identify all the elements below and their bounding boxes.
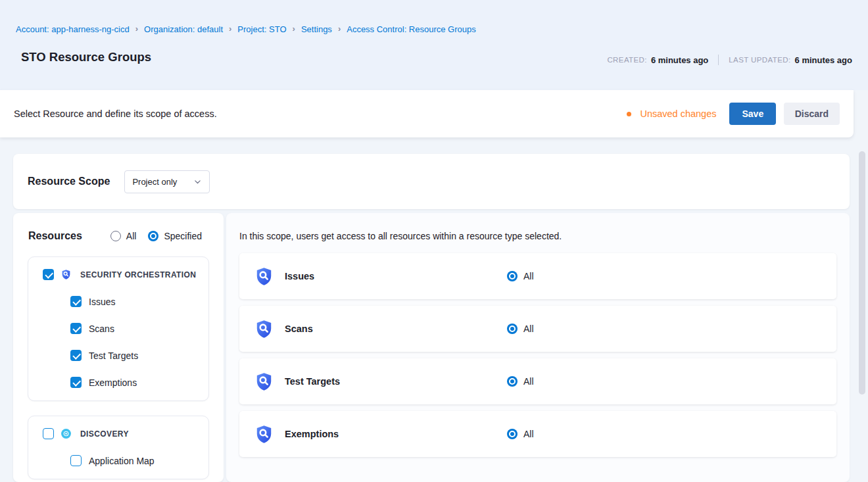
access-all-label[interactable]: All: [523, 429, 534, 439]
discard-button[interactable]: Discard: [784, 103, 840, 125]
breadcrumb-link-resource-groups[interactable]: Access Control: Resource Groups: [347, 24, 476, 34]
resource-type-row-scans: Scans: [28, 323, 208, 334]
chevron-right-icon: ›: [338, 24, 341, 34]
unsaved-changes-indicator: Unsaved changes: [627, 108, 716, 119]
checkbox-application-map[interactable]: [70, 455, 82, 466]
checkbox-scans-label: Scans: [89, 324, 114, 334]
breadcrumb-link-organization[interactable]: Organization: default: [144, 24, 223, 34]
access-option: All: [507, 411, 534, 457]
created-meta: CREATED: 6 minutes ago: [607, 55, 708, 65]
last-updated-meta: LAST UPDATED: 6 minutes ago: [729, 55, 852, 65]
page-title: STO Resource Groups: [21, 50, 151, 64]
unsaved-changes-label: Unsaved changes: [640, 108, 716, 119]
breadcrumb-link-project[interactable]: Project: STO: [237, 24, 286, 34]
chevron-right-icon: ›: [135, 24, 138, 34]
sto-shield-icon: [254, 423, 274, 445]
last-updated-value: 6 minutes ago: [795, 55, 852, 65]
resource-scope-selected-value: Project only: [132, 177, 177, 187]
action-toolbar: Select Resource and define its scope of …: [0, 90, 854, 137]
resource-row-label: Test Targets: [285, 376, 340, 387]
group-card-discovery: DISCOVERY Application Map: [28, 416, 209, 479]
group-label: SECURITY ORCHESTRATION: [80, 270, 196, 279]
created-label: CREATED:: [607, 56, 647, 64]
status-dot-icon: [627, 112, 631, 116]
resource-row-scans: Scans All: [239, 306, 836, 352]
breadcrumb-link-settings[interactable]: Settings: [301, 24, 332, 34]
save-button[interactable]: Save: [729, 103, 776, 125]
radio-access-all[interactable]: [507, 324, 518, 334]
resource-row-exemptions: Exemptions All: [239, 411, 836, 457]
resources-panel: Resources All Specified SECURITY ORCHEST…: [13, 213, 224, 482]
meta-divider: [718, 55, 719, 65]
scope-intro-text: In this scope, users get access to all r…: [239, 231, 562, 241]
radio-specified[interactable]: [148, 231, 158, 241]
last-updated-label: LAST UPDATED:: [729, 56, 790, 64]
toolbar-description: Select Resource and define its scope of …: [14, 108, 217, 119]
radio-access-all[interactable]: [507, 376, 518, 387]
discovery-icon: [60, 428, 72, 439]
page-header: Account: app-harness-ng-cicd › Organizat…: [0, 0, 868, 90]
resource-row-label: Issues: [285, 271, 314, 281]
group-card-security-orchestration: SECURITY ORCHESTRATION Issues Scans Test…: [28, 256, 209, 401]
resource-row-issues: Issues All: [239, 253, 836, 299]
radio-specified-label[interactable]: Specified: [164, 231, 202, 241]
resource-groups-page: Account: app-harness-ng-cicd › Organizat…: [0, 0, 868, 482]
access-option: All: [507, 306, 534, 352]
resource-scope-label: Resource Scope: [28, 176, 110, 187]
checkbox-discovery[interactable]: [43, 428, 54, 439]
access-all-label[interactable]: All: [523, 376, 534, 387]
resource-type-row-issues: Issues: [28, 296, 208, 307]
breadcrumb-link-account[interactable]: Account: app-harness-ng-cicd: [16, 24, 130, 34]
chevron-down-icon: [193, 178, 202, 186]
resource-type-row-test-targets: Test Targets: [28, 350, 208, 361]
resource-scope-select[interactable]: Project only: [124, 170, 210, 193]
group-row-discovery: DISCOVERY: [28, 428, 208, 439]
sto-shield-icon: [254, 371, 274, 393]
checkbox-scans[interactable]: [70, 323, 82, 334]
checkbox-issues[interactable]: [70, 296, 82, 307]
access-all-label[interactable]: All: [523, 271, 534, 281]
created-value: 6 minutes ago: [651, 55, 708, 65]
resource-scope-card: Resource Scope Project only: [13, 154, 850, 209]
group-row-security-orchestration: SECURITY ORCHESTRATION: [28, 269, 208, 280]
radio-all[interactable]: [110, 231, 121, 241]
access-option: All: [507, 253, 534, 299]
breadcrumb: Account: app-harness-ng-cicd › Organizat…: [16, 24, 476, 34]
sto-shield-icon: [60, 269, 72, 280]
checkbox-exemptions-label: Exemptions: [89, 377, 137, 388]
resources-title: Resources: [28, 230, 82, 242]
vertical-scrollbar-thumb[interactable]: [859, 151, 865, 395]
toolbar-actions: Unsaved changes Save Discard: [627, 103, 840, 125]
chevron-right-icon: ›: [229, 24, 231, 34]
group-label: DISCOVERY: [80, 429, 129, 439]
resource-row-label: Exemptions: [285, 429, 339, 439]
radio-all-label[interactable]: All: [126, 231, 137, 241]
resources-panel-header: Resources All Specified: [13, 213, 224, 242]
checkbox-test-targets-label: Test Targets: [89, 350, 138, 361]
sto-shield-icon: [254, 318, 274, 340]
header-meta: CREATED: 6 minutes ago LAST UPDATED: 6 m…: [607, 55, 852, 65]
resource-row-test-targets: Test Targets All: [239, 358, 836, 404]
checkbox-issues-label: Issues: [89, 297, 115, 307]
resource-rows: Issues All Scans All: [239, 253, 836, 464]
checkbox-security-orchestration[interactable]: [43, 269, 54, 280]
radio-access-all[interactable]: [507, 429, 518, 439]
checkbox-application-map-label: Application Map: [89, 456, 155, 466]
scope-detail-panel: In this scope, users get access to all r…: [226, 213, 850, 482]
resource-row-label: Scans: [285, 324, 313, 334]
access-all-label[interactable]: All: [523, 324, 534, 334]
resource-type-row-exemptions: Exemptions: [28, 377, 208, 388]
checkbox-test-targets[interactable]: [70, 350, 82, 361]
resource-type-row-application-map: Application Map: [28, 455, 208, 466]
sto-shield-icon: [254, 266, 274, 287]
radio-access-all[interactable]: [507, 271, 518, 281]
resources-mode-radio-group: All Specified: [110, 231, 208, 241]
access-option: All: [507, 358, 534, 404]
checkbox-exemptions[interactable]: [70, 377, 82, 388]
chevron-right-icon: ›: [293, 24, 295, 34]
